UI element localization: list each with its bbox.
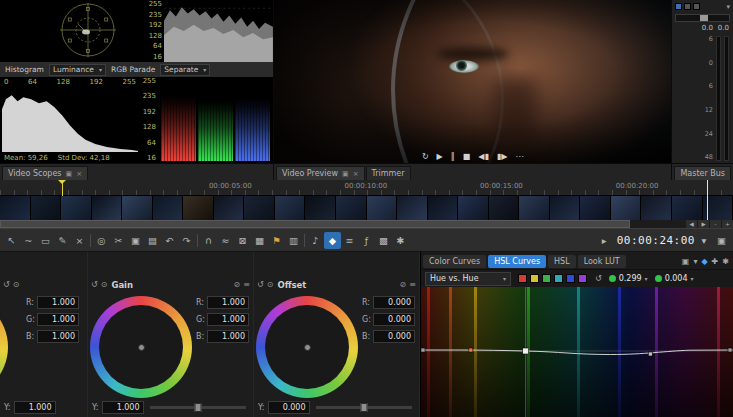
zoom-in-button[interactable]: + [721,220,733,228]
chevron-down-icon[interactable]: ▾ [693,257,697,266]
histogram-mode-dropdown[interactable]: Luminance ▾ [49,64,106,76]
g-input[interactable]: 1.000 [37,313,79,326]
dock-options-icon[interactable]: ▣ [682,257,690,266]
sync-icon[interactable]: ↻ [422,152,429,161]
gain-y-slider[interactable] [150,406,246,409]
master-fader[interactable] [675,14,730,22]
settings-icon[interactable]: ✱ [722,257,729,266]
video-preview-tab[interactable]: Video Preview ▣ × [276,166,365,180]
wheel-target-icon[interactable]: ⊙ [101,280,108,289]
hue-swatch-red[interactable] [518,274,527,283]
timeline-event-thumbnail[interactable] [519,196,550,220]
gain-b-input[interactable]: 1.000 [207,330,249,343]
tab-color-curves[interactable]: Color Curves [423,255,486,268]
curve-value-b[interactable]: 0.004 ▾ [655,274,694,283]
offset-b-input[interactable]: 0.000 [373,330,415,343]
parade-scope-button[interactable]: RGB Parade [109,65,157,74]
auto-ripple-icon[interactable]: ≈ [217,232,234,249]
wheel-bypass-icon[interactable]: ⊘ [234,280,241,289]
next-frame-icon[interactable]: ▮▶ [497,152,508,161]
hue-swatch-magenta[interactable] [578,274,587,283]
hue-curve-editor[interactable] [421,287,733,417]
stop-icon[interactable]: ■ [463,152,471,161]
close-icon[interactable]: × [76,170,82,178]
timeline-event-thumbnail[interactable] [275,196,306,220]
color-wheel[interactable] [0,296,8,398]
offset-g-input[interactable]: 0.000 [373,313,415,326]
wheel-reset-icon[interactable]: ↺ [3,280,10,289]
timeline-event-thumbnail[interactable] [489,196,520,220]
gain-g-input[interactable]: 1.000 [207,313,249,326]
wheel-reset-icon[interactable]: ↺ [91,280,98,289]
timeline-event-thumbnail[interactable] [672,196,703,220]
paste-icon[interactable]: ▤ [144,232,161,249]
insert-marker-icon[interactable]: ⚑ [268,232,285,249]
reset-icon[interactable]: ↺ [595,274,602,283]
hue-swatch-green[interactable] [542,274,551,283]
trimmer-tab[interactable]: Trimmer [366,166,411,180]
scrollbar-thumb[interactable] [0,220,630,228]
tab-hsl-curves[interactable]: HSL Curves [488,255,546,268]
gain-value[interactable]: 0.0 [718,24,729,32]
timeline-event-thumbnail[interactable] [61,196,92,220]
gain-y-input[interactable]: 1.000 [102,401,144,414]
slider-handle[interactable] [360,403,367,412]
mixer-icon[interactable]: ≡ [341,232,358,249]
solo-button[interactable] [693,3,700,10]
offset-y-input[interactable]: 0.000 [268,401,310,414]
timeline-event-thumbnail[interactable] [397,196,428,220]
timeline-event-thumbnail[interactable] [244,196,275,220]
add-icon[interactable]: ✚ [712,257,719,266]
timeline-event-thumbnail[interactable] [611,196,642,220]
snapping-icon[interactable]: ∩ [200,232,217,249]
normal-edit-tool-icon[interactable]: ↖ [3,232,20,249]
timecode-menu-icon[interactable]: ▾ [699,232,709,249]
video-scopes-tab[interactable]: Video Scopes ▣ × [2,166,88,180]
timeline-event-thumbnail[interactable] [122,196,153,220]
timeline-event-thumbnail[interactable] [550,196,581,220]
mute-button[interactable] [684,3,691,10]
timeline-ruler[interactable]: 00:00:05:0000:00:10:0000:00:15:0000:00:2… [0,180,733,196]
timeline-event-thumbnail[interactable] [0,196,31,220]
offset-color-wheel[interactable] [256,296,358,398]
y-input[interactable]: 1.000 [14,401,56,414]
paint-tool-icon[interactable]: ✎ [54,232,71,249]
lock-envelopes-icon[interactable]: ⊠ [234,232,251,249]
more-icon[interactable]: ⋯ [515,152,523,161]
wheel-menu-icon[interactable]: ≡ [243,280,250,289]
gain-r-input[interactable]: 1.000 [207,296,249,309]
envelope-edit-tool-icon[interactable]: ~ [20,232,37,249]
insert-region-icon[interactable]: ▥ [285,232,302,249]
fader-handle[interactable] [700,15,708,21]
seek-play-icon[interactable]: ▸ [596,232,613,249]
master-bus-tab[interactable]: Master Bus [674,166,731,180]
options-icon[interactable]: ✱ [392,232,409,249]
gain-color-wheel[interactable] [90,296,192,398]
timeline-event-thumbnail[interactable] [367,196,398,220]
wheel-bypass-icon[interactable]: ⊘ [400,280,407,289]
timeline-event-thumbnail[interactable] [305,196,336,220]
timeline-event-thumbnail[interactable] [92,196,123,220]
offset-y-slider[interactable] [316,406,412,409]
pause-icon[interactable]: ‖ [451,152,455,161]
r-input[interactable]: 1.000 [37,296,79,309]
erase-tool-icon[interactable]: × [71,232,88,249]
wheel-reset-icon[interactable]: ↺ [257,280,264,289]
prev-frame-icon[interactable]: ◀▮ [478,152,489,161]
playhead[interactable] [707,180,708,220]
play-icon[interactable]: ▶ [437,152,443,161]
fx-icon[interactable]: ƒ [358,232,375,249]
undo-icon[interactable]: ↶ [161,232,178,249]
timeline-marker[interactable] [62,180,63,196]
keyframe-icon[interactable]: ◆ [701,257,707,266]
timeline-event-thumbnail[interactable] [214,196,245,220]
bus-color-chip[interactable] [675,3,682,10]
chevron-down-icon[interactable]: ▾ [726,3,730,11]
timeline-event-thumbnail[interactable] [428,196,459,220]
hue-swatch-blue[interactable] [566,274,575,283]
wheel-center-handle[interactable] [304,344,311,351]
timeline-event-thumbnail[interactable] [153,196,184,220]
copy-icon[interactable]: ▣ [127,232,144,249]
timeline-event-thumbnail[interactable] [458,196,489,220]
wheel-menu-icon[interactable]: ≡ [409,280,416,289]
